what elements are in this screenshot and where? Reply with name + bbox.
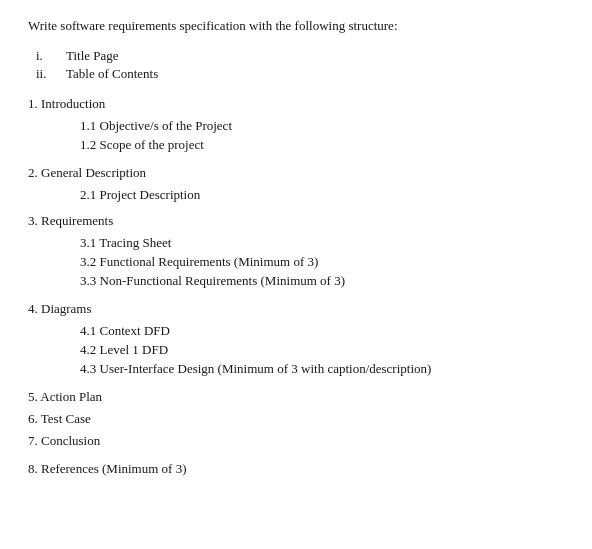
subsection-item: 2.1 Project Description bbox=[28, 187, 564, 203]
list-item: i. Title Page bbox=[28, 48, 564, 64]
section-title-s2: 2. General Description bbox=[28, 165, 564, 181]
roman-numeral-i: i. bbox=[28, 48, 66, 64]
list-item: ii. Table of Contents bbox=[28, 66, 564, 82]
roman-numeral-ii: ii. bbox=[28, 66, 66, 82]
subsection-item: 1.1 Objective/s of the Project bbox=[28, 118, 564, 134]
subsection-block-s2: 2.1 Project Description bbox=[28, 187, 564, 203]
intro-text: Write software requirements specificatio… bbox=[28, 18, 564, 34]
subsection-item: 4.3 User-Interface Design (Minimum of 3 … bbox=[28, 361, 564, 377]
sections-container: 1. Introduction1.1 Objective/s of the Pr… bbox=[28, 96, 564, 477]
section-s8: 8. References (Minimum of 3) bbox=[28, 461, 564, 477]
section-title-s4: 4. Diagrams bbox=[28, 301, 564, 317]
subsection-item: 3.3 Non-Functional Requirements (Minimum… bbox=[28, 273, 564, 289]
subsection-block-s3: 3.1 Tracing Sheet3.2 Functional Requirem… bbox=[28, 235, 564, 289]
subsection-block-s1: 1.1 Objective/s of the Project1.2 Scope … bbox=[28, 118, 564, 153]
subsection-item: 3.2 Functional Requirements (Minimum of … bbox=[28, 254, 564, 270]
subsection-block-s4: 4.1 Context DFD4.2 Level 1 DFD4.3 User-I… bbox=[28, 323, 564, 377]
section-title-s6: 6. Test Case bbox=[28, 411, 564, 427]
subsection-item: 4.2 Level 1 DFD bbox=[28, 342, 564, 358]
subsection-item: 4.1 Context DFD bbox=[28, 323, 564, 339]
section-title-s3: 3. Requirements bbox=[28, 213, 564, 229]
section-title-s8: 8. References (Minimum of 3) bbox=[28, 461, 564, 477]
table-of-contents-label: Table of Contents bbox=[66, 66, 158, 82]
section-s5: 5. Action Plan bbox=[28, 389, 564, 405]
subsection-item: 1.2 Scope of the project bbox=[28, 137, 564, 153]
roman-list: i. Title Page ii. Table of Contents bbox=[28, 48, 564, 82]
section-s4: 4. Diagrams4.1 Context DFD4.2 Level 1 DF… bbox=[28, 301, 564, 377]
subsection-item: 3.1 Tracing Sheet bbox=[28, 235, 564, 251]
section-title-s7: 7. Conclusion bbox=[28, 433, 564, 449]
section-s6: 6. Test Case bbox=[28, 411, 564, 427]
section-s7: 7. Conclusion bbox=[28, 433, 564, 449]
section-s3: 3. Requirements3.1 Tracing Sheet3.2 Func… bbox=[28, 213, 564, 289]
title-page-label: Title Page bbox=[66, 48, 119, 64]
section-s1: 1. Introduction1.1 Objective/s of the Pr… bbox=[28, 96, 564, 153]
section-s2: 2. General Description2.1 Project Descri… bbox=[28, 165, 564, 203]
section-title-s1: 1. Introduction bbox=[28, 96, 564, 112]
section-title-s5: 5. Action Plan bbox=[28, 389, 564, 405]
